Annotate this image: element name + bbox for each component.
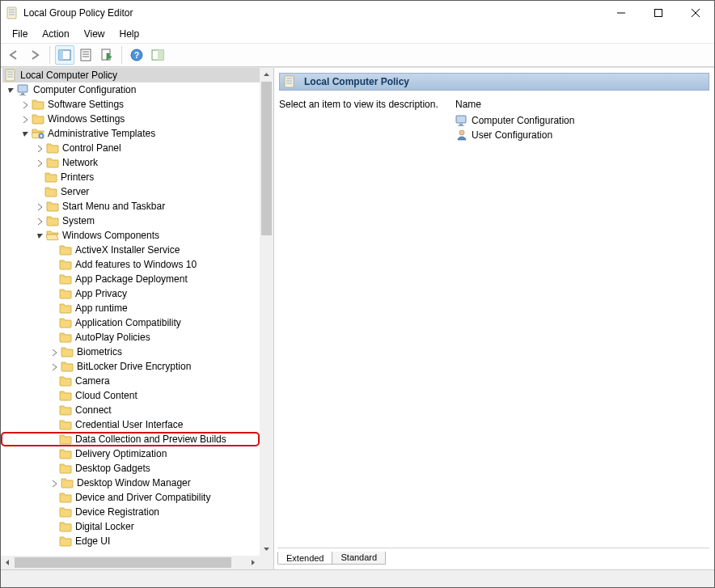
tree-item-activex[interactable]: ActiveX Installer Service (2, 243, 260, 257)
scroll-left-icon[interactable] (1, 556, 15, 569)
tree-item-app-privacy[interactable]: App Privacy (2, 286, 260, 301)
tree-item-data-collection[interactable]: Data Collection and Preview Builds (1, 432, 260, 446)
back-button[interactable] (4, 45, 23, 65)
tree-item-app-runtime[interactable]: App runtime (2, 301, 260, 315)
tree-label: Windows Components (62, 230, 159, 241)
adm-folder-icon (32, 127, 44, 140)
expander-icon[interactable] (20, 129, 30, 138)
tree-item-delivery-opt[interactable]: Delivery Optimization (2, 446, 260, 461)
tree-item-device-reg[interactable]: Device Registration (2, 505, 260, 519)
tree-item-cloud[interactable]: Cloud Content (2, 388, 260, 403)
tree-item-desktop-wm[interactable]: Desktop Window Manager (2, 476, 260, 490)
tree-item-biometrics[interactable]: Biometrics (2, 345, 260, 359)
tree-item-autoplay[interactable]: AutoPlay Policies (2, 330, 260, 345)
help-button[interactable] (127, 45, 146, 65)
tree-label: App Package Deployment (75, 273, 188, 285)
folder-icon (46, 214, 59, 227)
scroll-up-icon[interactable] (260, 68, 273, 82)
folder-icon (59, 462, 72, 475)
tree-label: Data Collection and Preview Builds (75, 434, 226, 445)
show-tree-button[interactable] (55, 45, 74, 65)
tree-item-edge-ui[interactable]: Edge UI (2, 534, 260, 548)
note-icon (283, 75, 296, 88)
tree-item-server[interactable]: Server (2, 184, 260, 199)
folder-icon (59, 302, 72, 315)
vertical-scrollbar[interactable] (260, 68, 273, 556)
tree-item-admin-templates[interactable]: Administrative Templates (2, 126, 260, 141)
tree-item-cred-ui[interactable]: Credential User Interface (2, 417, 260, 432)
folder-icon (46, 142, 59, 154)
column-header-name[interactable]: Name (455, 99, 709, 110)
tab-extended[interactable]: Extended (277, 552, 332, 565)
expander-icon[interactable] (35, 143, 44, 153)
expander-icon[interactable] (35, 231, 44, 240)
folder-icon (61, 345, 74, 358)
expander-icon[interactable] (20, 114, 30, 124)
pc-icon (17, 83, 30, 96)
tree-item-system[interactable]: System (2, 214, 260, 228)
menu-file[interactable]: File (6, 27, 34, 41)
svg-rect-17 (59, 50, 63, 60)
folder-icon (59, 535, 72, 548)
expander-icon[interactable] (35, 216, 44, 226)
tree-item-software-settings[interactable]: Software Settings (2, 97, 260, 112)
close-button[interactable] (677, 1, 714, 25)
menu-help[interactable]: Help (113, 27, 146, 41)
tree-item-connect[interactable]: Connect (2, 403, 260, 417)
properties-button[interactable] (76, 45, 95, 65)
tree-item-bitlocker[interactable]: BitLocker Drive Encryption (2, 359, 260, 374)
maximize-button[interactable] (640, 1, 677, 25)
tree-label: Server (61, 186, 89, 197)
tree-label: Camera (75, 375, 110, 387)
scroll-down-icon[interactable] (260, 542, 273, 556)
folder-icon (44, 185, 57, 198)
export-button[interactable] (97, 45, 116, 65)
pc-icon (455, 114, 468, 127)
scroll-right-icon[interactable] (246, 556, 260, 569)
tree-item-windows-components[interactable]: Windows Components (2, 228, 260, 243)
horizontal-scrollbar[interactable] (1, 556, 260, 569)
tree-item-windows-settings[interactable]: Windows Settings (2, 112, 260, 126)
folder-icon (61, 476, 74, 489)
details-header: Local Computer Policy (279, 73, 709, 91)
filter-button[interactable] (148, 45, 167, 65)
scroll-thumb[interactable] (15, 557, 231, 568)
folder-icon (61, 360, 74, 373)
tab-standard[interactable]: Standard (332, 552, 386, 565)
expander-icon[interactable] (49, 362, 59, 371)
menu-view[interactable]: View (78, 27, 112, 41)
list-item-user-config[interactable]: User Configuration (455, 128, 709, 142)
expander-icon[interactable] (20, 99, 30, 109)
tree-root[interactable]: Local Computer Policy (2, 68, 260, 82)
tree-item-network[interactable]: Network (2, 155, 260, 170)
minimize-button[interactable] (603, 1, 640, 25)
folder-icon (59, 491, 72, 504)
list-item-computer-config[interactable]: Computer Configuration (455, 113, 709, 128)
tree-item-start-menu[interactable]: Start Menu and Taskbar (2, 199, 260, 214)
tree-label: Computer Configuration (33, 84, 136, 95)
svg-line-15 (692, 9, 700, 17)
expander-icon[interactable] (49, 347, 59, 357)
tree-item-app-compat[interactable]: Application Compatibility (2, 315, 260, 330)
tree-item-control-panel[interactable]: Control Panel (2, 141, 260, 155)
tree-item-app-pkg[interactable]: App Package Deployment (2, 272, 260, 286)
tree-item-camera[interactable]: Camera (2, 374, 260, 388)
tree-view[interactable]: Local Computer Policy Computer Configura… (1, 68, 260, 556)
expander-icon[interactable] (35, 158, 44, 167)
expander-icon[interactable] (35, 201, 44, 211)
forward-button[interactable] (25, 45, 44, 65)
tree-label: Cloud Content (75, 390, 138, 401)
folder-icon (44, 171, 57, 184)
tree-item-digital-locker[interactable]: Digital Locker (2, 519, 260, 534)
tree-item-desktop-gadgets[interactable]: Desktop Gadgets (2, 461, 260, 476)
folder-icon (59, 404, 72, 417)
tree-item-printers[interactable]: Printers (2, 170, 260, 184)
menu-action[interactable]: Action (36, 27, 75, 41)
tree-item-device-driver[interactable]: Device and Driver Compatibility (2, 490, 260, 505)
scroll-thumb[interactable] (261, 82, 272, 235)
tree-item-computer-config[interactable]: Computer Configuration (2, 82, 260, 97)
expander-icon[interactable] (49, 478, 59, 488)
tree-label: ActiveX Installer Service (75, 244, 180, 256)
tree-item-add-features[interactable]: Add features to Windows 10 (2, 257, 260, 272)
expander-icon[interactable] (6, 85, 15, 95)
